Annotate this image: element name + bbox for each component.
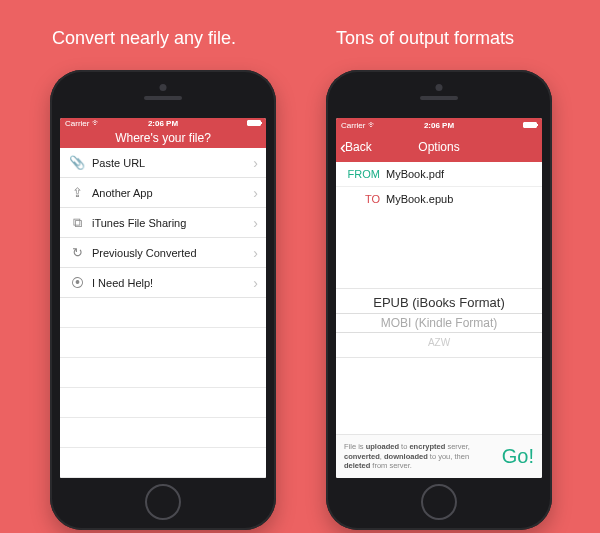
screen-right: Carrier ᯤ 2:06 PM ‹ Back Options FROM My…: [336, 118, 542, 478]
home-button[interactable]: [145, 484, 181, 520]
wifi-icon: ᯤ: [92, 118, 101, 128]
caption-left: Convert nearly any file.: [52, 28, 236, 49]
row-another-app[interactable]: ⇪ Another App ›: [60, 178, 266, 208]
row-itunes-file-sharing[interactable]: ⧉ iTunes File Sharing ›: [60, 208, 266, 238]
phone-frame-right: Carrier ᯤ 2:06 PM ‹ Back Options FROM My…: [326, 70, 552, 530]
nav-bar: ‹ Back Options: [336, 132, 542, 162]
status-bar: Carrier ᯤ 2:06 PM: [60, 118, 266, 128]
phone-camera: [436, 84, 443, 91]
row-label: I Need Help!: [86, 277, 253, 289]
chevron-right-icon: ›: [253, 185, 258, 201]
carrier-label: Carrier: [341, 121, 365, 130]
page-title: Where's your file?: [115, 131, 211, 145]
home-button[interactable]: [421, 484, 457, 520]
footer-note: File is uploaded to encrypted server, co…: [344, 442, 496, 471]
phone-speaker: [144, 96, 182, 100]
chevron-right-icon: ›: [253, 215, 258, 231]
source-list: 📎 Paste URL › ⇪ Another App › ⧉ iTunes F…: [60, 148, 266, 298]
footer-bar: File is uploaded to encrypted server, co…: [336, 434, 542, 478]
wifi-icon: ᯤ: [368, 120, 377, 130]
back-button[interactable]: ‹ Back: [340, 138, 372, 156]
row-help[interactable]: ⦿ I Need Help! ›: [60, 268, 266, 298]
row-label: Paste URL: [86, 157, 253, 169]
history-icon: ↻: [68, 245, 86, 260]
content-right: FROM MyBook.pdf TO MyBook.epub EPUB (iBo…: [336, 162, 542, 478]
picker-option: AZW: [428, 333, 450, 353]
row-previously-converted[interactable]: ↻ Previously Converted ›: [60, 238, 266, 268]
picker-selected: EPUB (iBooks Format): [373, 293, 504, 313]
caption-right: Tons of output formats: [336, 28, 514, 49]
nav-bar: Where's your file?: [60, 128, 266, 148]
back-label: Back: [345, 140, 372, 154]
content-left: 📎 Paste URL › ⇪ Another App › ⧉ iTunes F…: [60, 148, 266, 478]
picker-option: MOBI (Kindle Format): [381, 313, 498, 333]
to-value: MyBook.epub: [386, 193, 453, 205]
battery-icon: [247, 120, 261, 126]
carrier-label: Carrier: [65, 119, 89, 128]
phone-speaker: [420, 96, 458, 100]
row-label: Another App: [86, 187, 253, 199]
status-bar: Carrier ᯤ 2:06 PM: [336, 118, 542, 132]
row-paste-url[interactable]: 📎 Paste URL ›: [60, 148, 266, 178]
to-label: TO: [344, 193, 386, 205]
empty-rows: [60, 298, 266, 478]
chevron-right-icon: ›: [253, 155, 258, 171]
clock: 2:06 PM: [148, 119, 178, 128]
chevron-right-icon: ›: [253, 275, 258, 291]
from-value: MyBook.pdf: [386, 168, 444, 180]
from-row: FROM MyBook.pdf: [336, 162, 542, 186]
go-button[interactable]: Go!: [496, 445, 534, 468]
screen-left: Carrier ᯤ 2:06 PM Where's your file? 📎 P…: [60, 118, 266, 478]
battery-icon: [523, 122, 537, 128]
paperclip-icon: 📎: [68, 155, 86, 170]
stack-icon: ⧉: [68, 215, 86, 231]
clock: 2:06 PM: [424, 121, 454, 130]
from-label: FROM: [344, 168, 386, 180]
page-title: Options: [418, 140, 459, 154]
share-icon: ⇪: [68, 185, 86, 200]
to-row: TO MyBook.epub: [336, 187, 542, 211]
help-icon: ⦿: [68, 275, 86, 290]
row-label: Previously Converted: [86, 247, 253, 259]
row-label: iTunes File Sharing: [86, 217, 253, 229]
phone-frame-left: Carrier ᯤ 2:06 PM Where's your file? 📎 P…: [50, 70, 276, 530]
chevron-right-icon: ›: [253, 245, 258, 261]
format-picker[interactable]: EPUB (iBooks Format) MOBI (Kindle Format…: [336, 288, 542, 358]
phone-camera: [160, 84, 167, 91]
